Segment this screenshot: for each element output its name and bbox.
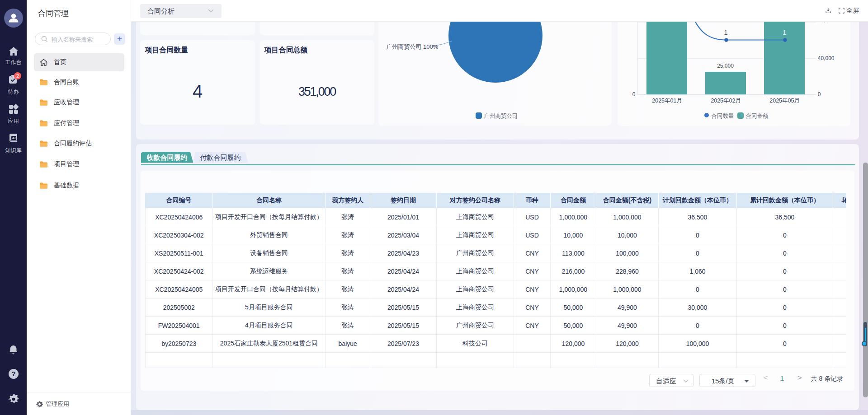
svg-text:?: ? [11,370,15,378]
svg-text:AI: AI [12,136,16,140]
